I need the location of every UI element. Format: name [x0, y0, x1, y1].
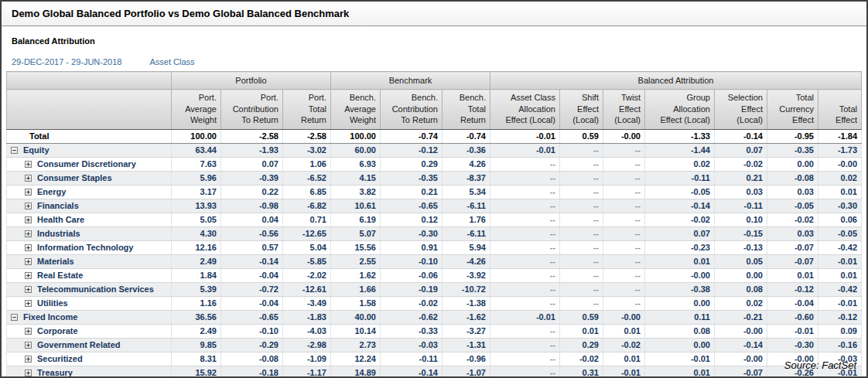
value-cell: -0.01 [644, 352, 714, 366]
value-cell: -0.02 [603, 339, 644, 352]
expand-plus-icon[interactable] [25, 369, 32, 376]
value-cell: -- [559, 269, 603, 283]
row-label: Total [29, 131, 49, 141]
value-cell: 5.04 [282, 241, 330, 255]
value-cell: -6.52 [282, 172, 330, 186]
value-cell: -6.82 [282, 199, 330, 213]
row-label-cell: Industrials [7, 227, 172, 241]
value-cell: -0.05 [644, 186, 714, 199]
value-cell: -0.16 [818, 339, 861, 352]
grouping-link[interactable]: Asset Class [149, 57, 194, 66]
value-cell: -- [490, 269, 559, 283]
collapse-minus-icon[interactable] [11, 314, 18, 321]
row-label-cell: Equity [7, 144, 172, 158]
value-cell: -1.84 [818, 130, 861, 144]
value-cell: -- [490, 366, 559, 378]
value-cell: -0.04 [220, 297, 282, 311]
row-label-cell: Securitized [7, 352, 172, 366]
value-cell: 0.02 [714, 297, 767, 311]
date-range-link[interactable]: 29-DEC-2017 - 29-JUN-2018 [12, 57, 121, 66]
expand-plus-icon[interactable] [25, 189, 32, 196]
expand-plus-icon[interactable] [25, 328, 32, 335]
value-cell: -1.83 [282, 311, 330, 325]
report-toolbar: 29-DEC-2017 - 29-JUN-2018 Asset Class [12, 57, 866, 66]
value-cell: -0.04 [220, 269, 282, 283]
value-cell: -0.95 [767, 130, 818, 144]
value-cell: -4.03 [282, 325, 330, 339]
value-cell: -0.02 [714, 158, 767, 172]
row-label: Energy [37, 187, 66, 196]
value-cell: -0.06 [380, 269, 442, 283]
row-label-cell: Real Estate [7, 269, 172, 283]
expand-plus-icon[interactable] [25, 272, 32, 279]
value-cell: -10.72 [442, 283, 490, 297]
value-cell: -- [559, 227, 603, 241]
value-cell: 1.16 [171, 297, 220, 311]
page-title: Demo Global Balanced Portfolio vs Demo G… [2, 2, 866, 26]
row-label-cell: Telecommunication Services [7, 283, 172, 297]
value-cell: 0.11 [644, 311, 714, 325]
expand-plus-icon[interactable] [25, 230, 32, 237]
value-cell: -0.36 [442, 144, 490, 158]
row-label-cell: Consumer Discretionary [7, 158, 172, 172]
value-cell: -0.30 [818, 199, 861, 213]
expand-plus-icon[interactable] [25, 203, 32, 209]
value-cell: -0.02 [380, 297, 442, 311]
value-cell: -0.30 [380, 227, 442, 241]
value-cell: -0.12 [767, 283, 818, 297]
table-row: Consumer Discretionary7.630.071.066.930.… [7, 158, 862, 172]
value-cell: -2.02 [282, 269, 330, 283]
value-cell: -0.98 [220, 199, 282, 213]
value-cell: -- [490, 227, 559, 241]
value-cell: -0.35 [380, 172, 442, 186]
value-cell: -- [603, 158, 644, 172]
value-cell: 0.00 [644, 297, 714, 311]
value-cell: 0.21 [380, 186, 442, 199]
value-cell: -0.01 [603, 366, 644, 378]
value-cell: 2.49 [171, 325, 220, 339]
row-label-cell: Fixed Income [7, 311, 172, 325]
expand-plus-icon[interactable] [25, 356, 32, 363]
value-cell: -0.07 [714, 366, 767, 378]
value-cell: -0.42 [818, 241, 861, 255]
expand-plus-icon[interactable] [25, 342, 32, 349]
expand-plus-icon[interactable] [25, 300, 32, 307]
expand-plus-icon[interactable] [25, 244, 32, 251]
value-cell: -0.00 [644, 269, 714, 283]
value-cell: 2.55 [330, 255, 380, 269]
source-credit: Source: FactSet [784, 359, 856, 371]
row-label-cell: Information Technology [7, 241, 172, 255]
value-cell: -- [559, 283, 603, 297]
value-cell: 13.93 [171, 199, 220, 213]
expand-plus-icon[interactable] [25, 286, 32, 293]
value-cell: -0.03 [380, 339, 442, 352]
table-row: Real Estate1.84-0.04-2.021.62-0.06-3.92-… [7, 269, 862, 283]
value-cell: -2.58 [220, 130, 282, 144]
value-cell: 2.49 [171, 255, 220, 269]
row-label: Telecommunication Services [37, 284, 154, 294]
value-cell: -- [603, 199, 644, 213]
value-cell: -0.96 [442, 352, 490, 366]
value-cell: 0.04 [220, 213, 282, 227]
expand-plus-icon[interactable] [25, 258, 32, 265]
value-cell: -- [559, 241, 603, 255]
expand-plus-icon[interactable] [25, 216, 32, 223]
value-cell: -0.72 [220, 283, 282, 297]
value-cell: -0.15 [714, 227, 767, 241]
expand-plus-icon[interactable] [25, 175, 32, 182]
value-cell: 0.59 [559, 311, 603, 325]
value-cell: -1.09 [282, 352, 330, 366]
row-label-cell: Energy [7, 186, 172, 199]
value-cell: -0.65 [380, 199, 442, 213]
value-cell: 0.03 [767, 227, 818, 241]
value-cell: -- [603, 227, 644, 241]
row-label-cell: Health Care [7, 213, 172, 227]
value-cell: -2.98 [282, 339, 330, 352]
value-cell: 63.44 [171, 144, 220, 158]
value-cell: -0.00 [714, 325, 767, 339]
expand-plus-icon[interactable] [25, 161, 32, 168]
value-cell: 0.06 [818, 213, 861, 227]
value-cell: -0.62 [380, 311, 442, 325]
collapse-minus-icon[interactable] [11, 147, 18, 154]
value-cell: 1.66 [330, 283, 380, 297]
